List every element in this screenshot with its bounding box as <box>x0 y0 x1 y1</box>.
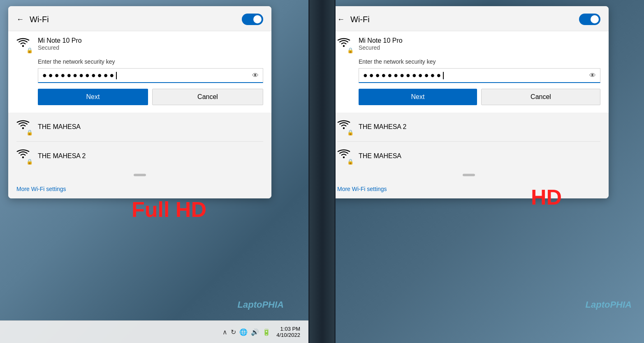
right-list-name-2: THE MAHESA <box>359 152 401 160</box>
left-more-settings-text[interactable]: More Wi-Fi settings <box>16 186 66 192</box>
right-cancel-button[interactable]: Cancel <box>481 89 600 105</box>
right-label: HD <box>531 185 562 209</box>
right-lock-1: 🔒 <box>347 129 354 136</box>
left-scroll-dot <box>134 174 146 176</box>
right-eye-icon[interactable]: 👁 <box>589 72 596 79</box>
left-header-left: ← Wi-Fi <box>16 15 49 24</box>
left-network-info: Mi Note 10 Pro Secured <box>38 37 82 51</box>
svg-point-0 <box>22 45 24 47</box>
left-wifi-toggle[interactable] <box>242 14 263 25</box>
left-wifi-icon <box>16 37 30 48</box>
right-wifi-toggle[interactable] <box>579 14 600 25</box>
left-network-item-1[interactable]: 🔒 THE MAHESA <box>8 113 271 141</box>
taskbar-icon-up: ∧ <box>222 328 227 336</box>
left-scroll-indicator <box>8 170 271 180</box>
right-wifi-icon <box>337 37 350 48</box>
left-lock-badge: 🔒 <box>26 47 33 53</box>
left-wifi-icon-2: 🔒 <box>16 148 32 164</box>
phone-divider <box>308 0 336 343</box>
taskbar-icon-refresh: ↻ <box>231 328 236 336</box>
taskbar-icons: ∧ ↻ 🌐 🔊 🔋 <box>222 328 271 336</box>
time-display: 1:03 PM <box>276 326 300 332</box>
right-scroll-dot <box>463 174 475 176</box>
date-display: 4/10/2022 <box>276 332 300 338</box>
taskbar-icon-battery: 🔋 <box>262 328 271 336</box>
left-button-row: Next Cancel <box>38 89 263 105</box>
right-wifi-panel: ← Wi-Fi <box>329 6 609 198</box>
right-network-status: Secured <box>359 44 403 51</box>
svg-point-1 <box>22 127 24 129</box>
right-more-settings-text[interactable]: More Wi-Fi settings <box>337 186 387 192</box>
taskbar-icon-globe: 🌐 <box>239 328 248 336</box>
right-lock-badge: 🔒 <box>347 47 354 53</box>
right-phone: ← Wi-Fi <box>308 0 644 343</box>
svg-point-3 <box>343 45 345 47</box>
left-network-item-2[interactable]: 🔒 THE MAHESA 2 <box>8 142 271 170</box>
left-panel-header: ← Wi-Fi <box>8 6 271 31</box>
left-network-header: 🔒 Mi Note 10 Pro Secured <box>16 37 263 53</box>
left-security-label: Enter the network security key <box>16 58 263 65</box>
right-back-arrow[interactable]: ← <box>337 15 345 24</box>
right-button-row: Next Cancel <box>359 89 600 105</box>
left-toggle-knob <box>253 15 262 23</box>
left-password-dots: ●●●●●●●●●●●● <box>42 71 252 80</box>
left-back-arrow[interactable]: ← <box>16 15 24 24</box>
left-list-name-2: THE MAHESA 2 <box>38 152 86 160</box>
left-expanded-network: 🔒 Mi Note 10 Pro Secured Enter the netwo… <box>8 31 271 113</box>
right-security-label: Enter the network security key <box>337 58 600 65</box>
right-lock-2: 🔒 <box>347 159 354 165</box>
right-panel-header: ← Wi-Fi <box>329 6 609 31</box>
svg-point-4 <box>343 127 345 129</box>
right-watermark: LaptoPHIA <box>586 299 632 310</box>
left-network-status: Secured <box>38 44 82 51</box>
right-network-item-2[interactable]: 🔒 THE MAHESA <box>329 142 609 170</box>
right-password-dots: ●●●●●●●●●●●●● <box>363 71 589 80</box>
left-more-settings[interactable]: More Wi-Fi settings <box>8 180 271 198</box>
left-phone: ← Wi-Fi <box>0 0 308 343</box>
left-label: Full HD <box>132 197 206 222</box>
left-panel-title: Wi-Fi <box>30 15 49 24</box>
right-toggle-knob <box>591 15 599 23</box>
left-wifi-icon-1: 🔒 <box>16 119 32 135</box>
left-list-name-1: THE MAHESA <box>38 123 81 131</box>
taskbar-time: 1:03 PM 4/10/2022 <box>276 326 300 338</box>
left-next-button[interactable]: Next <box>38 89 148 105</box>
right-network-item-1[interactable]: 🔒 THE MAHESA 2 <box>329 113 609 141</box>
left-lock-2: 🔒 <box>26 159 33 165</box>
right-header-left: ← Wi-Fi <box>337 15 370 24</box>
right-expanded-network: 🔒 Mi Note 10 Pro Secured Enter the netwo… <box>329 31 609 113</box>
left-wifi-icon-container: 🔒 <box>16 37 32 53</box>
left-watermark: LaptoPHIA <box>238 299 284 310</box>
left-network-name: Mi Note 10 Pro <box>38 37 82 44</box>
right-network-header: 🔒 Mi Note 10 Pro Secured <box>337 37 600 53</box>
right-network-name: Mi Note 10 Pro <box>359 37 403 44</box>
left-eye-icon[interactable]: 👁 <box>252 72 259 79</box>
right-list-name-1: THE MAHESA 2 <box>359 123 406 131</box>
right-panel-title: Wi-Fi <box>350 15 370 24</box>
svg-point-2 <box>22 157 24 158</box>
left-wifi-panel: ← Wi-Fi <box>8 6 271 198</box>
left-password-input[interactable]: ●●●●●●●●●●●● 👁 <box>38 68 263 83</box>
taskbar: ∧ ↻ 🌐 🔊 🔋 1:03 PM 4/10/2022 <box>0 320 308 343</box>
right-password-input[interactable]: ●●●●●●●●●●●●● 👁 <box>359 68 600 83</box>
right-scroll-indicator <box>329 170 609 180</box>
right-wifi-icon-container: 🔒 <box>337 37 353 53</box>
right-next-button[interactable]: Next <box>359 89 477 105</box>
left-lock-1: 🔒 <box>26 129 33 136</box>
right-network-info: Mi Note 10 Pro Secured <box>359 37 403 51</box>
right-wifi-icon-2: 🔒 <box>337 148 353 164</box>
right-more-settings[interactable]: More Wi-Fi settings <box>329 180 609 198</box>
svg-point-5 <box>343 157 345 158</box>
left-cancel-button[interactable]: Cancel <box>152 89 263 105</box>
taskbar-icon-sound: 🔊 <box>251 328 259 336</box>
right-wifi-icon-1: 🔒 <box>337 119 353 135</box>
